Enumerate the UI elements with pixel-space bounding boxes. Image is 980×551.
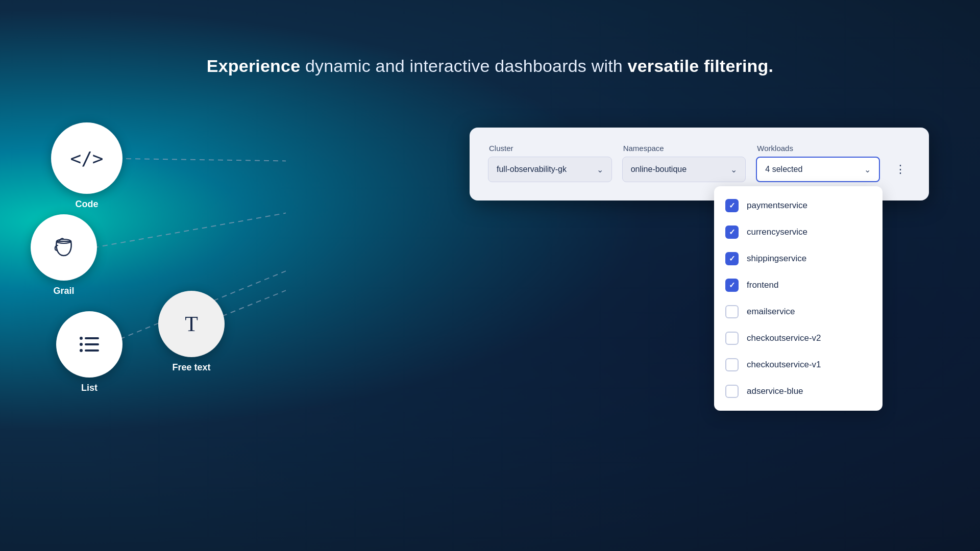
dropdown-label-shippingservice: shippingservice [747, 254, 806, 264]
namespace-select[interactable]: online-boutique ⌄ [622, 157, 746, 182]
dropdown-item-checkoutservice-v2[interactable]: checkoutservice-v2 [714, 325, 883, 352]
list-circle [56, 311, 122, 378]
grail-icon [53, 236, 75, 259]
more-options-button[interactable]: ⋮ [890, 157, 911, 182]
dropdown-label-adservice-blue: adservice-blue [747, 386, 803, 396]
dropdown-item-emailservice[interactable]: emailservice [714, 298, 883, 325]
cluster-value: full-observability-gk [497, 165, 567, 174]
dropdown-item-adservice-blue[interactable]: adservice-blue [714, 378, 883, 405]
svg-point-7 [80, 343, 83, 346]
cluster-filter-group: Cluster full-observability-gk ⌄ [488, 144, 612, 182]
dropdown-label-checkoutservice-v1: checkoutservice-v1 [747, 360, 821, 370]
code-icon: </> [70, 148, 103, 169]
checkbox-checkoutservice-v1[interactable] [725, 358, 739, 371]
svg-rect-8 [85, 343, 99, 345]
list-circle-label: List [81, 383, 97, 393]
freetext-circle: T [158, 291, 225, 357]
freetext-circle-item[interactable]: T Free text [158, 291, 225, 373]
main-headline: Experience dynamic and interactive dashb… [0, 0, 980, 76]
dropdown-label-frontend: frontend [747, 280, 778, 290]
headline-bold-filtering: versatile filtering. [628, 56, 774, 76]
dropdown-label-currencyservice: currencyservice [747, 227, 807, 237]
grail-circle [31, 214, 97, 281]
dropdown-item-frontend[interactable]: frontend [714, 272, 883, 298]
namespace-chevron-icon: ⌄ [730, 165, 737, 174]
list-circle-item[interactable]: List [56, 311, 122, 393]
grail-circle-label: Grail [53, 286, 74, 296]
code-circle: </> [51, 122, 122, 194]
list-icon [79, 335, 100, 354]
cluster-label: Cluster [488, 144, 612, 153]
namespace-value: online-boutique [631, 165, 687, 174]
dropdown-label-paymentservice: paymentservice [747, 201, 807, 211]
checkbox-adservice-blue[interactable] [725, 385, 739, 398]
checkbox-frontend[interactable] [725, 279, 739, 292]
dropdown-label-emailservice: emailservice [747, 307, 795, 317]
dropdown-label-checkoutservice-v2: checkoutservice-v2 [747, 333, 821, 343]
namespace-label: Namespace [622, 144, 746, 153]
headline-bold-experience: Experience [207, 56, 300, 76]
code-circle-label: Code [76, 199, 99, 210]
dropdown-item-currencyservice[interactable]: currencyservice [714, 219, 883, 245]
freetext-circle-label: Free text [172, 362, 210, 373]
cluster-chevron-icon: ⌄ [597, 165, 603, 174]
workloads-value: 4 selected [765, 165, 802, 174]
code-circle-item[interactable]: </> Code [51, 122, 122, 210]
cluster-select[interactable]: full-observability-gk ⌄ [488, 157, 612, 182]
workloads-dropdown: paymentservice currencyservice shippings… [714, 186, 883, 411]
dropdown-item-checkoutservice-v1[interactable]: checkoutservice-v1 [714, 352, 883, 378]
workloads-select[interactable]: 4 selected ⌄ [756, 157, 880, 182]
dropdown-item-paymentservice[interactable]: paymentservice [714, 192, 883, 219]
headline-middle: dynamic and interactive dashboards with [300, 56, 627, 76]
checkbox-currencyservice[interactable] [725, 226, 739, 239]
filter-row: Cluster full-observability-gk ⌄ Namespac… [488, 144, 911, 182]
svg-rect-6 [85, 337, 99, 339]
checkbox-shippingservice[interactable] [725, 252, 739, 265]
workloads-label: Workloads [756, 144, 880, 153]
svg-point-5 [80, 337, 83, 340]
filter-panel: Cluster full-observability-gk ⌄ Namespac… [470, 128, 929, 201]
svg-rect-10 [85, 349, 99, 352]
namespace-filter-group: Namespace online-boutique ⌄ [622, 144, 746, 182]
checkbox-checkoutservice-v2[interactable] [725, 332, 739, 345]
freetext-icon: T [185, 312, 198, 336]
checkbox-paymentservice[interactable] [725, 199, 739, 212]
checkbox-emailservice[interactable] [725, 305, 739, 318]
dropdown-item-shippingservice[interactable]: shippingservice [714, 245, 883, 272]
grail-circle-item[interactable]: Grail [31, 214, 97, 296]
workloads-chevron-icon: ⌄ [864, 165, 871, 174]
workloads-filter-group: Workloads 4 selected ⌄ [756, 144, 880, 182]
svg-point-9 [80, 349, 83, 352]
